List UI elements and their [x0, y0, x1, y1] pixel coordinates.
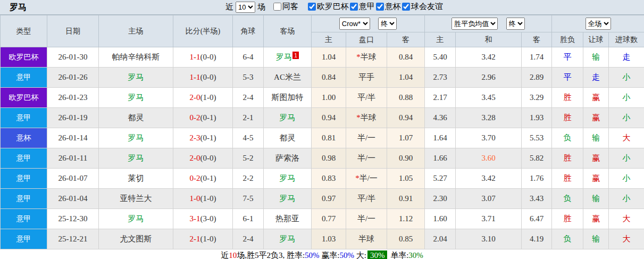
half-time-score: (1-0)	[200, 235, 216, 243]
full-time-score: 0-2	[190, 174, 200, 182]
full-time-score: 1-0	[190, 194, 200, 203]
odds-away: 0.85	[387, 229, 425, 249]
handicap-cell: 平手	[346, 68, 387, 88]
corners: 6-4	[233, 47, 264, 68]
away-cell: 萨索洛	[264, 148, 312, 169]
odds-home: 0.83	[312, 169, 346, 189]
col-header-date: 日期	[47, 15, 99, 47]
handicap: 半/一	[357, 214, 375, 223]
away-team: 热那亚	[275, 214, 299, 223]
home-team: 罗马	[99, 68, 173, 88]
avg-home: 5.27	[425, 169, 456, 189]
filter-item-2[interactable]: 意甲	[350, 2, 375, 12]
filter-checkbox[interactable]	[273, 3, 281, 11]
filter-item-4[interactable]: 球会友谊	[402, 2, 443, 12]
score-cell: 2-0(0-0)	[173, 148, 233, 169]
away-rank-badge: 1	[292, 52, 299, 59]
scope-select[interactable]: 全场	[586, 18, 611, 30]
handicap-result: 输	[583, 128, 609, 148]
filter-item-3[interactable]: 意杯	[376, 2, 401, 12]
match-date: 26-01-14	[47, 128, 99, 148]
odds-home: 0.98	[312, 148, 346, 169]
filter-item-0[interactable]: 同客	[273, 2, 298, 12]
odds-away: 0.91	[387, 189, 425, 209]
half-time-score: (0-0)	[200, 53, 216, 61]
corners: 5-3	[233, 68, 264, 88]
handicap-cell: 半球	[346, 229, 387, 249]
score-cell: 0-2(0-1)	[173, 169, 233, 189]
avg-state-select[interactable]: 终	[506, 18, 525, 30]
avg-draw: 3.45	[456, 88, 522, 108]
match-date: 26-01-30	[47, 47, 99, 68]
corners: 4-5	[233, 128, 264, 148]
avg-home: 1.60	[425, 209, 456, 229]
away-team: 罗马	[276, 53, 292, 61]
filter-label: 意甲	[359, 2, 375, 12]
home-team: 罗马	[99, 148, 173, 169]
win-loss-result: 胜	[552, 169, 583, 189]
win-loss-result: 负	[552, 128, 583, 148]
match-date: 26-01-11	[47, 148, 99, 169]
summary-odds-label: 赢率:	[320, 251, 340, 259]
table-row: 意甲 26-01-04 亚特兰大 1-0(1-0) 7-5 罗马 0.97 平/…	[1, 189, 644, 209]
recent-count-select[interactable]: 10	[236, 2, 255, 13]
win-rate-value: 50%	[305, 251, 320, 259]
avg-home: 4.36	[425, 108, 456, 128]
filter-item-1[interactable]: 欧罗巴杯	[308, 2, 349, 12]
col-header-goals-result: 进球数	[609, 32, 644, 47]
full-time-score: 0-2	[190, 113, 200, 122]
col-header-score: 比分(半场)	[173, 15, 233, 47]
odds-state-select[interactable]: 终	[378, 18, 397, 30]
score-cell: 0-2(0-1)	[173, 108, 233, 128]
score-cell: 1-0(1-0)	[173, 189, 233, 209]
corners: 2-2	[233, 169, 264, 189]
home-team: 罗马	[99, 128, 173, 148]
avg-draw: 3.10	[456, 229, 522, 249]
league-badge: 意甲	[1, 229, 47, 249]
avg-home: 2.30	[425, 189, 456, 209]
goals-result: 小	[609, 189, 644, 209]
col-header-result: 胜负	[552, 32, 583, 47]
table-row: 意甲 26-01-19 都灵 0-2(0-1) 2-1 罗马 0.94 *半球 …	[1, 108, 644, 128]
col-header-corners: 角球	[233, 15, 264, 47]
filter-checkbox[interactable]	[402, 3, 410, 11]
handicap: 半/一	[357, 133, 375, 142]
avg-home: 2.04	[425, 229, 456, 249]
handicap-star: *	[356, 113, 361, 122]
handicap-result: 输	[583, 229, 609, 249]
avg-draw: 3.07	[456, 189, 522, 209]
handicap-cell: 半/一	[346, 209, 387, 229]
handicap: 半球	[361, 113, 377, 122]
filter-checkbox[interactable]	[376, 3, 384, 11]
handicap: 半/一	[357, 154, 375, 162]
corners: 7-5	[233, 189, 264, 209]
odds-away: 1.07	[387, 128, 425, 148]
corners: 2-4	[233, 229, 264, 249]
handicap-result: 赢	[583, 88, 609, 108]
home-team: 尤文图斯	[99, 229, 173, 249]
match-date: 25-12-30	[47, 209, 99, 229]
avg-type-select[interactable]: 胜平负均值	[451, 18, 498, 30]
avg-away: 5.53	[522, 128, 552, 148]
odds-home: 0.81	[312, 128, 346, 148]
filter-checkbox[interactable]	[308, 3, 316, 11]
league-badge: 意杯	[1, 128, 47, 148]
goals-result: 大	[609, 209, 644, 229]
half-time-score: (0-0)	[200, 73, 216, 81]
odds-home: 1.00	[312, 88, 346, 108]
avg-home: 2.17	[425, 88, 456, 108]
away-cell: 罗马	[264, 189, 312, 209]
col-header-odds-home: 主	[312, 32, 346, 47]
odds-company-select[interactable]: Crow*	[339, 18, 370, 30]
avg-away: 1.93	[522, 108, 552, 128]
match-date: 26-01-26	[47, 68, 99, 88]
league-badge: 意甲	[1, 189, 47, 209]
handicap-result: 输	[583, 47, 609, 68]
goals-result: 小	[609, 88, 644, 108]
avg-draw: 3.42	[456, 169, 522, 189]
odds-home: 0.97	[312, 189, 346, 209]
summary-near: 近	[221, 251, 229, 259]
filter-checkbox[interactable]	[350, 3, 358, 11]
full-time-score: 3-1	[190, 214, 200, 223]
home-team: 帕纳辛纳科斯	[99, 47, 173, 68]
